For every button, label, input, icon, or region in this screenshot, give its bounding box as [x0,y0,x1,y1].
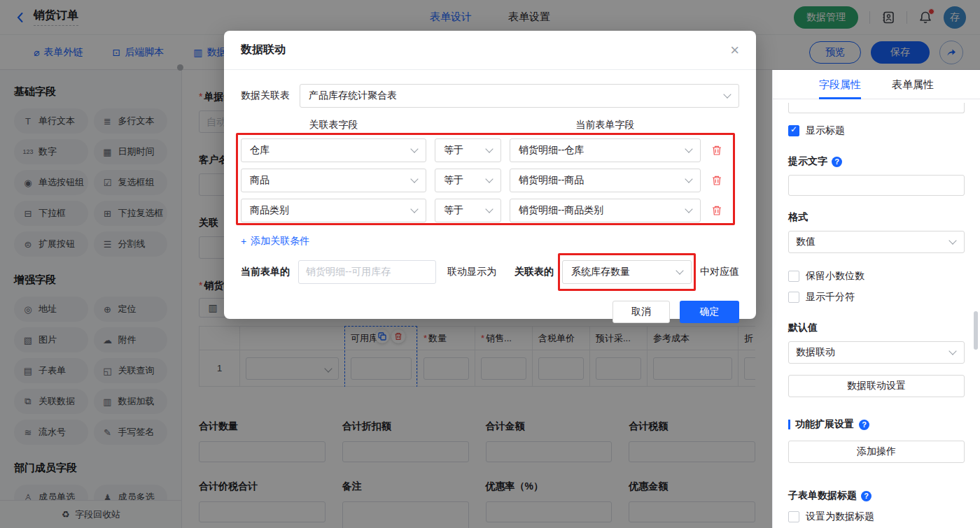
thousand-separator-checkbox[interactable]: 显示千分符 [788,291,965,304]
cancel-button[interactable]: 取消 [612,301,670,323]
condition-row: 商品类别 等于 销货明细--商品类别 [241,199,739,222]
set-data-title-checkbox[interactable]: 设置为数据标题 [788,511,965,523]
confirm-button[interactable]: 确定 [680,301,739,323]
add-action-button[interactable]: 添加操作 [788,441,965,463]
condition-row: 商品 等于 销货明细--商品 [241,169,739,192]
format-label: 格式 [788,211,965,224]
left-column-header: 关联表字段 [241,119,426,131]
tab-form-properties[interactable]: 表单属性 [892,70,934,99]
condition-form-field-select[interactable]: 销货明细--商品 [510,169,701,192]
close-icon[interactable]: × [730,43,739,58]
condition-op-select[interactable]: 等于 [435,169,501,192]
condition-field-select[interactable]: 商品类别 [241,199,426,222]
data-linkage-modal: 数据联动 × 数据关联表 产品库存统计聚合表 关联表字段 当前表单字段 仓库 等… [224,31,756,319]
extension-settings-title: 功能扩展设置 ? [788,418,965,431]
default-value-select[interactable]: 数据联动 [788,341,965,364]
current-form-label: 当前表单的 [241,266,290,278]
checkbox-icon[interactable] [788,292,799,303]
help-icon[interactable]: ? [832,157,842,167]
trash-icon [711,175,722,186]
accent-bar [788,420,790,429]
show-title-checkbox[interactable]: 显示标题 [788,124,965,137]
delete-condition-button[interactable] [709,143,724,158]
linkage-display-label: 联动显示为 [447,266,496,278]
app-window: 销货订单 表单设计 表单设置 数据管理 存 ⌀ 表单外链 [0,0,980,528]
relation-table-label: 数据关联表 [241,90,290,102]
condition-form-field-select[interactable]: 销货明细--仓库 [510,138,701,162]
trash-icon [711,205,722,216]
checkbox-icon[interactable] [788,271,799,282]
plus-icon: + [241,236,246,247]
relation-of-label: 关联表的 [514,266,554,278]
tab-field-properties[interactable]: 字段属性 [819,70,861,99]
delete-condition-button[interactable] [709,173,724,188]
condition-field-select[interactable]: 商品 [241,169,426,192]
modal-title: 数据联动 [241,43,286,57]
properties-panel: 字段属性 表单属性 显示标题 提示文字 ? 格式 数值 保留小数位数 显示千分符 [772,70,980,528]
help-icon[interactable]: ? [861,491,872,501]
help-icon[interactable]: ? [859,420,869,430]
delete-condition-button[interactable] [709,203,724,218]
subform-data-title-label: 子表单数据标题 ? [788,490,965,502]
relation-field-select[interactable]: 系统库存数量 [562,260,692,284]
corresponding-value-label: 中对应值 [700,266,739,278]
right-column-header: 当前表单字段 [510,119,701,131]
condition-op-select[interactable]: 等于 [435,199,501,222]
current-form-field-input[interactable]: 销货明细--可用库存 [298,260,436,284]
checkbox-checked-icon[interactable] [788,125,799,136]
panel-scrollbar[interactable] [974,311,978,350]
relation-table-select[interactable]: 产品库存统计聚合表 [300,84,739,108]
title-input-partial[interactable] [788,103,965,113]
hint-text-input[interactable] [788,175,965,196]
condition-field-select[interactable]: 仓库 [241,138,426,162]
condition-row: 仓库 等于 销货明细--仓库 [241,138,739,162]
keep-decimal-checkbox[interactable]: 保留小数位数 [788,270,965,283]
format-select[interactable]: 数值 [788,231,965,253]
add-condition-link[interactable]: + 添加关联条件 [241,235,309,248]
condition-op-select[interactable]: 等于 [435,138,501,162]
trash-icon [711,145,722,156]
hint-text-label: 提示文字 ? [788,155,965,168]
condition-form-field-select[interactable]: 销货明细--商品类别 [510,199,701,222]
linkage-setting-button[interactable]: 数据联动设置 [788,375,965,397]
default-value-label: 默认值 [788,322,965,334]
checkbox-icon[interactable] [788,511,799,522]
